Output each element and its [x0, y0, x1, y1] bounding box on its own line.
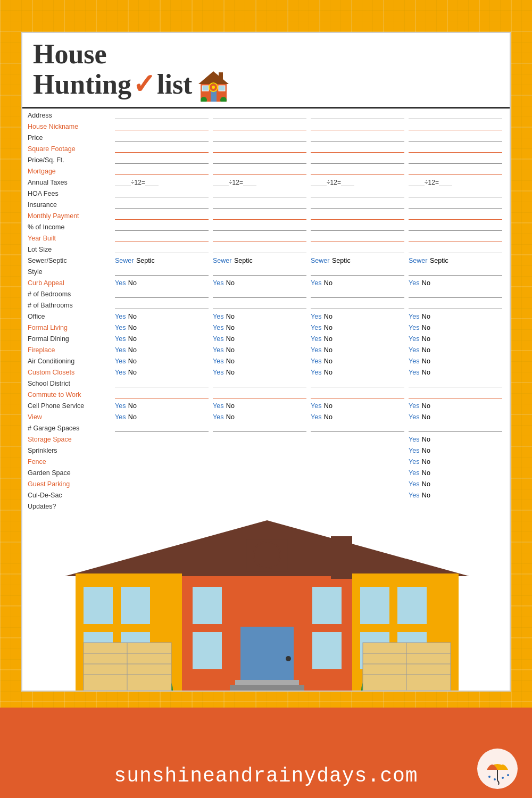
sewer-text-4: Sewer — [409, 257, 427, 264]
row-nickname: House Nickname — [28, 121, 504, 132]
label-formal-dining: Formal Dining — [28, 335, 113, 343]
no-office-2: No — [226, 313, 235, 320]
row-price: Price — [28, 132, 504, 143]
svg-rect-25 — [193, 632, 222, 669]
septic-text-4: Septic — [430, 257, 448, 264]
label-office: Office — [28, 312, 113, 321]
yes-office-4: Yes — [409, 313, 419, 320]
no-fp-3: No — [324, 346, 332, 354]
svg-rect-41 — [331, 536, 352, 579]
row-fireplace: Fireplace Yes No Yes No Yes No Yes No — [28, 344, 504, 355]
sewer-text-2: Sewer — [213, 257, 231, 264]
svg-rect-5 — [219, 86, 225, 91]
svg-rect-27 — [360, 587, 389, 624]
row-annual-taxes: Annual Taxes ÷12= ÷12= ÷12= — [28, 177, 504, 188]
svg-point-32 — [286, 656, 291, 661]
row-income: % of Income — [28, 221, 504, 232]
main-card: House Hunting ✓ list — [21, 32, 511, 692]
no-cds: No — [422, 492, 430, 499]
row-school: School District — [28, 378, 504, 389]
header: House Hunting ✓ list — [22, 33, 510, 109]
no-sprinklers: No — [422, 447, 430, 454]
umbrella-icon — [476, 747, 519, 790]
yes-fl-2: Yes — [213, 324, 223, 331]
label-price: Price — [28, 134, 113, 142]
row-curb: Curb Appeal Yes No Yes No Yes No Yes No — [28, 277, 504, 288]
label-fence: Fence — [28, 458, 113, 466]
no-cc-2: No — [226, 369, 235, 376]
yes-fp-4: Yes — [409, 346, 419, 354]
row-parking: Guest Parking Yes No — [28, 478, 504, 489]
label-insurance: Insurance — [28, 201, 113, 209]
yes-office-3: Yes — [311, 313, 321, 320]
yes-cell-2: Yes — [213, 402, 223, 410]
no-curb-2: No — [226, 279, 235, 287]
label-fireplace: Fireplace — [28, 346, 113, 354]
no-curb-3: No — [324, 279, 332, 287]
label-storage: Storage Space — [28, 435, 113, 444]
row-monthly: Monthly Payment — [28, 210, 504, 221]
svg-rect-26 — [312, 632, 342, 669]
label-address: Address — [28, 111, 113, 120]
title-line1: House — [33, 41, 231, 67]
no-storage: No — [422, 436, 430, 443]
svg-point-55 — [494, 778, 496, 780]
label-culdesac: Cul-De-Sac — [28, 491, 113, 500]
yes-cc-2: Yes — [213, 369, 223, 376]
row-office: Office Yes No Yes No Yes No Yes No — [28, 311, 504, 322]
row-sqft: Square Footage — [28, 143, 504, 154]
yes-fl-1: Yes — [115, 324, 126, 331]
septic-text-2: Septic — [234, 257, 253, 264]
yes-fd-1: Yes — [115, 335, 126, 343]
septic-text-3: Septic — [332, 257, 351, 264]
no-view-1: No — [128, 413, 137, 421]
yes-curb-3: Yes — [311, 279, 321, 287]
septic-text-1: Septic — [136, 257, 155, 264]
no-parking: No — [422, 480, 430, 488]
no-view-2: No — [226, 413, 235, 421]
yes-fl-3: Yes — [311, 324, 321, 331]
label-lotsize: Lot Size — [28, 245, 113, 254]
yes-fp-2: Yes — [213, 346, 223, 354]
website-text: sunshineandrainydays.com — [114, 764, 418, 787]
svg-point-56 — [502, 777, 504, 779]
row-price-sqft: Price/Sq. Ft. — [28, 154, 504, 165]
label-parking: Guest Parking — [28, 480, 113, 488]
no-ac-3: No — [324, 358, 332, 365]
yes-curb-4: Yes — [409, 279, 419, 287]
rows-container: Address House Nickname Price — [22, 109, 510, 535]
no-fd-1: No — [128, 335, 137, 343]
label-sewer: Sewer/Septic — [28, 256, 113, 265]
label-mortgage: Mortgage — [28, 167, 113, 176]
umbrella-decoration — [476, 747, 519, 790]
row-culdesac: Cul-De-Sac Yes No — [28, 489, 504, 501]
svg-rect-19 — [84, 587, 113, 624]
label-closets: Custom Closets — [28, 368, 113, 377]
row-bathrooms: # of Bathrooms — [28, 300, 504, 311]
no-cc-3: No — [324, 369, 332, 376]
label-formal-living: Formal Living — [28, 323, 113, 332]
house-illustration — [22, 510, 510, 691]
yes-fence: Yes — [409, 458, 419, 466]
label-curb: Curb Appeal — [28, 279, 113, 287]
yes-view-3: Yes — [311, 413, 321, 421]
no-fd-2: No — [226, 335, 235, 343]
yes-cell-3: Yes — [311, 402, 321, 410]
yes-cc-1: Yes — [115, 369, 126, 376]
yes-cc-3: Yes — [311, 369, 321, 376]
yes-ac-4: Yes — [409, 358, 419, 365]
no-fl-3: No — [324, 324, 332, 331]
row-fence: Fence Yes No — [28, 456, 504, 467]
sewer-text-3: Sewer — [311, 257, 329, 264]
list-text: list — [157, 71, 192, 97]
yes-curb-2: Yes — [213, 279, 223, 287]
row-garage: # Garage Spaces — [28, 422, 504, 434]
label-sprinklers: Sprinklers — [28, 446, 113, 455]
sewer-text-1: Sewer — [115, 257, 134, 264]
no-ac-4: No — [422, 358, 430, 365]
no-view-4: No — [422, 413, 430, 421]
house-scene-svg — [22, 510, 510, 691]
no-cell-2: No — [226, 402, 235, 410]
yes-ac-1: Yes — [115, 358, 126, 365]
yes-office-1: Yes — [115, 313, 126, 320]
